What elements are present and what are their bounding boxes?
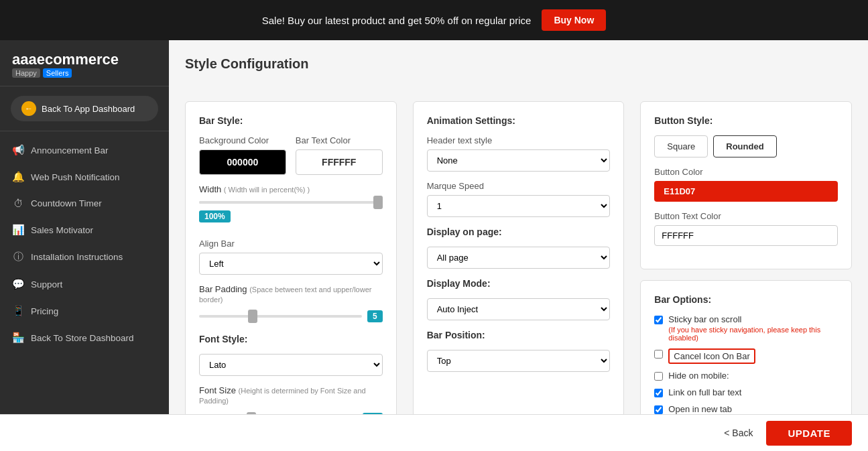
rounded-button[interactable]: Rounded: [713, 135, 776, 157]
padding-label: Bar Padding (Space between text and uppe…: [199, 284, 383, 304]
button-style-label: Button Style:: [654, 115, 838, 126]
marque-speed-select[interactable]: 1 2 3: [427, 195, 611, 217]
bar-style-panel: Bar Style: Background Color 000000 Bar T…: [185, 101, 397, 414]
animation-panel: Animation Settings: Header text style No…: [413, 101, 625, 414]
marque-speed-label: Marque Speed: [427, 181, 611, 191]
padding-slider-row: 5: [199, 308, 383, 324]
sidebar-item-countdown-timer[interactable]: ⏱ Countdown Timer: [0, 190, 169, 216]
arrow-left-icon: ←: [21, 101, 36, 116]
display-page-label: Display on page:: [427, 227, 611, 237]
bar-options-panel: Bar Options: Sticky bar on scroll (If yo…: [640, 280, 852, 414]
btn-text-color-input[interactable]: [654, 225, 838, 246]
sidebar-item-installation[interactable]: ⓘ Installation Instructions: [0, 243, 169, 271]
font-size-label: Font Size (Height is determined by Font …: [199, 385, 383, 405]
page-title: Style Configuration: [185, 56, 852, 72]
store-icon: 🏪: [12, 332, 24, 344]
back-to-app-button[interactable]: ← Back To App Dashboard: [11, 96, 158, 121]
logo-sub: Happy Sellers: [12, 68, 157, 78]
width-slider-fill: [199, 201, 383, 204]
btn-style-row: Square Rounded: [654, 135, 838, 157]
support-icon: 💬: [12, 278, 24, 290]
bell-icon: 🔔: [12, 171, 24, 183]
bar-position-group: Bar Position: Top Bottom: [427, 330, 611, 372]
pricing-icon: 📱: [12, 305, 24, 317]
sidebar-item-sales-motivator[interactable]: 📊 Sales Motivator: [0, 216, 169, 243]
btn-text-color-label: Button Text Color: [654, 211, 838, 221]
marque-speed-group: Marque Speed 1 2 3: [427, 181, 611, 217]
sidebar-item-store-dashboard[interactable]: 🏪 Back To Store Dashboard: [0, 324, 169, 351]
display-mode-group: Display Mode: Auto Inject Manual: [427, 278, 611, 320]
align-select[interactable]: Left Center Right: [199, 253, 383, 275]
animation-label: Animation Settings:: [427, 115, 611, 126]
bar-options-label: Bar Options:: [654, 294, 838, 305]
display-mode-select[interactable]: Auto Inject Manual: [427, 298, 611, 320]
timer-icon: ⏱: [12, 198, 24, 209]
logo-text: aaaecommerce: [12, 51, 157, 68]
main-layout: aaaecommerce Happy Sellers ← Back To App…: [0, 40, 868, 414]
open-new-tab-checkbox[interactable]: [654, 405, 663, 414]
width-note: ( Width will in percent(%) ): [224, 186, 310, 194]
width-slider: [199, 201, 383, 204]
btn-text-color-group: Button Text Color: [654, 211, 838, 246]
width-value-badge: 100%: [199, 210, 231, 222]
link-full-option: Link on full bar text: [654, 387, 838, 397]
font-style-group: Font Style: Lato Arial Roboto Open Sans: [199, 334, 383, 376]
width-label: Width ( Width will in percent(%) ): [199, 184, 383, 194]
display-mode-label: Display Mode:: [427, 278, 611, 289]
btn-color-group: Button Color E11D07: [654, 167, 838, 202]
sidebar-nav: 📢 Announcement Bar 🔔 Web Push Notificati…: [0, 131, 169, 414]
sidebar-item-web-push[interactable]: 🔔 Web Push Notification: [0, 164, 169, 190]
display-page-select[interactable]: All page Home only Product page: [427, 247, 611, 269]
cancel-icon-checkbox[interactable]: [654, 350, 663, 359]
announcement-icon: 📢: [12, 144, 24, 156]
header-text-label: Header text style: [427, 135, 611, 145]
padding-slider-track[interactable]: [199, 315, 362, 318]
bar-position-select[interactable]: Top Bottom: [427, 350, 611, 372]
square-button[interactable]: Square: [654, 135, 708, 157]
content-area: Style Configuration Bar Style: Backgroun…: [169, 40, 868, 414]
bg-color-field: Background Color 000000: [199, 135, 286, 175]
info-icon: ⓘ: [12, 251, 24, 263]
page-title-row: Style Configuration: [185, 56, 852, 85]
back-btn-wrap: ← Back To App Dashboard: [0, 86, 169, 131]
link-full-checkbox[interactable]: [654, 389, 663, 397]
button-style-panel: Button Style: Square Rounded Button Colo…: [640, 101, 852, 269]
sidebar-item-announcement-bar[interactable]: 📢 Announcement Bar: [0, 137, 169, 164]
font-size-slider-thumb[interactable]: [247, 412, 256, 414]
content-inner: Style Configuration Bar Style: Backgroun…: [169, 40, 868, 414]
text-color-box[interactable]: FFFFFF: [296, 149, 383, 175]
align-label: Align Bar: [199, 239, 383, 249]
bottom-bar: < Back UPDATE: [0, 414, 868, 451]
sidebar-item-support[interactable]: 💬 Support: [0, 271, 169, 298]
text-color-field: Bar Text Color FFFFFF: [296, 135, 383, 175]
back-link[interactable]: < Back: [724, 428, 753, 438]
right-column: Button Style: Square Rounded Button Colo…: [640, 101, 852, 414]
top-banner: Sale! Buy our latest product and get 50%…: [0, 0, 868, 40]
cancel-icon-label: Cancel Icon On Bar: [668, 348, 755, 364]
update-button[interactable]: UPDATE: [766, 421, 852, 446]
bar-options-list: Sticky bar on scroll (If you have sticky…: [654, 314, 838, 414]
color-row: Background Color 000000 Bar Text Color F…: [199, 135, 383, 175]
hide-mobile-option: Hide on mobile:: [654, 371, 838, 381]
bg-color-box[interactable]: 000000: [199, 149, 286, 175]
sticky-bar-option: Sticky bar on scroll (If you have sticky…: [654, 314, 838, 342]
btn-color-label: Button Color: [654, 167, 838, 177]
btn-color-box[interactable]: E11D07: [654, 181, 838, 202]
font-style-select[interactable]: Lato Arial Roboto Open Sans: [199, 354, 383, 376]
width-slider-track[interactable]: [199, 201, 383, 204]
padding-value-badge: 5: [367, 310, 383, 322]
bg-color-label: Background Color: [199, 135, 286, 145]
sidebar-item-pricing[interactable]: 📱 Pricing: [0, 298, 169, 324]
padding-slider-thumb[interactable]: [248, 310, 257, 323]
display-page-group: Display on page: All page Home only Prod…: [427, 227, 611, 269]
sticky-note: (If you have sticky navigation, please k…: [668, 326, 838, 342]
header-text-select[interactable]: None Marquee Blink: [427, 149, 611, 172]
buy-now-button[interactable]: Buy Now: [542, 9, 606, 31]
cancel-icon-option: Cancel Icon On Bar: [654, 348, 838, 364]
hide-mobile-checkbox[interactable]: [654, 372, 663, 381]
bar-position-label: Bar Position:: [427, 330, 611, 340]
sidebar-logo: aaaecommerce Happy Sellers: [0, 40, 169, 86]
open-new-tab-option: Open in new tab: [654, 404, 838, 414]
width-slider-thumb[interactable]: [373, 196, 383, 209]
sticky-checkbox[interactable]: [654, 316, 663, 324]
